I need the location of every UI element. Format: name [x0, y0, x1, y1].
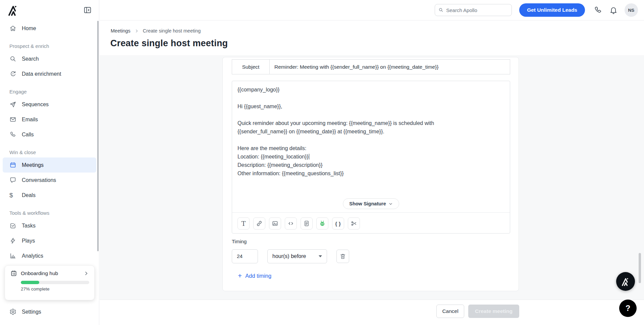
text-format-icon[interactable]: T [237, 217, 250, 230]
show-signature-button[interactable]: Show Signature [343, 198, 399, 209]
text-cursor [309, 154, 310, 159]
sidebar-item-label: Meetings [22, 162, 44, 168]
sidebar-item-calls[interactable]: Calls [0, 127, 99, 142]
image-icon[interactable] [269, 217, 281, 230]
sidebar-item-label: Tasks [22, 223, 36, 229]
body-line [237, 136, 472, 144]
bar-chart-icon [9, 252, 16, 259]
sidebar-nav: Home Prospect & enrich Search Data enric… [0, 21, 99, 263]
sidebar-section-win-close: Win & close [0, 147, 99, 157]
cancel-button[interactable]: Cancel [436, 305, 464, 318]
chevron-right-icon[interactable] [84, 271, 89, 276]
onboarding-hub-card[interactable]: Onboarding hub 27% complete [5, 265, 95, 300]
body-line: Quick reminder about your upcoming meeti… [237, 119, 472, 136]
sidebar-section-prospect: Prospect & enrich [0, 41, 99, 51]
timing-value-input[interactable] [232, 249, 258, 263]
sidebar-item-label: Plays [22, 238, 35, 244]
help-button[interactable]: ? [619, 300, 637, 317]
sidebar-scrollbar[interactable] [97, 21, 99, 251]
subject-row: Subject [232, 59, 510, 74]
timing-row: hour(s) before [232, 249, 349, 263]
apollo-logo-icon[interactable] [7, 4, 19, 16]
sidebar-item-emails[interactable]: Emails [0, 112, 99, 127]
checklist-icon [10, 270, 17, 277]
paper-plane-icon [9, 101, 16, 108]
sidebar-item-conversations[interactable]: Conversations [0, 173, 99, 188]
ai-assistant-icon[interactable] [316, 217, 328, 230]
link-icon[interactable] [253, 217, 265, 230]
global-search[interactable] [435, 4, 512, 16]
breadcrumb: Meetings Create single host meeting [111, 28, 201, 34]
sidebar-header [0, 0, 99, 20]
chevron-down-icon [319, 255, 322, 257]
sidebar-item-meetings[interactable]: Meetings [3, 157, 96, 173]
calendar-icon [9, 161, 16, 169]
chat-bubble-icon [9, 177, 16, 184]
timing-label: Timing [232, 239, 247, 244]
sidebar-item-label: Search [22, 56, 39, 62]
search-icon [9, 55, 16, 62]
timing-unit-select[interactable]: hour(s) before [267, 249, 327, 263]
onboarding-hub-title: Onboarding hub [21, 270, 84, 276]
search-icon [438, 7, 443, 13]
lightning-icon [9, 237, 16, 244]
sidebar-item-label: Deals [22, 192, 36, 198]
subject-input[interactable] [270, 60, 510, 74]
body-line: Here are the meeting details: [237, 144, 472, 152]
code-icon[interactable] [285, 217, 297, 230]
apollo-assistant-button[interactable] [616, 272, 635, 291]
sidebar-item-deals[interactable]: $ Deals [0, 188, 99, 203]
sidebar-item-data-enrichment[interactable]: Data enrichment [0, 66, 99, 81]
sidebar-item-tasks[interactable]: Tasks [0, 218, 99, 233]
sidebar-item-analytics[interactable]: Analytics [0, 248, 99, 263]
body-line [237, 111, 472, 119]
sidebar-item-label: Emails [22, 117, 38, 123]
sidebar-item-label: Home [22, 25, 36, 31]
delete-timing-icon[interactable] [336, 250, 349, 263]
body-line: Other information: {{meeting_questions_l… [237, 169, 472, 178]
create-meeting-button[interactable]: Create meeting [468, 305, 519, 318]
user-avatar[interactable]: NS [625, 3, 638, 17]
sidebar-section-tools: Tools & workflows [0, 207, 99, 218]
get-unlimited-leads-button[interactable]: Get Unlimited Leads [519, 3, 585, 17]
sidebar-item-plays[interactable]: Plays [0, 233, 99, 248]
page-header: Meetings Create single host meeting Crea… [100, 21, 644, 56]
apollo-app: Home Prospect & enrich Search Data enric… [0, 0, 644, 325]
phone-icon [9, 131, 16, 138]
gear-icon [9, 308, 16, 315]
body-line: Hi {{guest_name}}, [237, 102, 472, 111]
editor-divider [232, 212, 510, 213]
editor-toolbar: T { } [237, 217, 360, 230]
chevron-right-icon [135, 29, 139, 33]
page-title: Create single host meeting [110, 38, 228, 49]
sidebar-item-home[interactable]: Home [0, 21, 99, 36]
sidebar-item-settings[interactable]: Settings [0, 304, 99, 319]
scissors-icon[interactable] [348, 217, 360, 230]
search-input[interactable] [446, 7, 508, 13]
footer-bar: Cancel Create meeting [100, 300, 644, 325]
phone-icon[interactable] [594, 6, 602, 14]
sidebar: Home Prospect & enrich Search Data enric… [0, 0, 99, 325]
template-icon[interactable] [301, 217, 313, 230]
body-line: {{company_logo}} [237, 85, 472, 94]
chevron-down-icon [388, 202, 393, 206]
body-line: Location: {{meeting_location}} [237, 152, 472, 161]
sidebar-item-label: Calls [22, 132, 34, 138]
sidebar-item-label: Sequences [22, 102, 49, 108]
content-area: Subject {{company_logo}} Hi {{guest_name… [100, 56, 644, 300]
bell-icon[interactable] [609, 6, 618, 14]
collapse-sidebar-icon[interactable] [83, 5, 93, 15]
sidebar-item-sequences[interactable]: Sequences [0, 97, 99, 112]
subject-label: Subject [232, 60, 270, 74]
page-scrollbar[interactable] [639, 253, 641, 283]
meeting-form-card: Subject {{company_logo}} Hi {{guest_name… [222, 57, 519, 291]
email-body-text[interactable]: {{company_logo}} Hi {{guest_name}}, Quic… [237, 85, 472, 178]
variables-icon[interactable]: { } [332, 217, 344, 230]
sidebar-item-search[interactable]: Search [0, 51, 99, 66]
add-timing-button[interactable]: + Add timing [238, 272, 271, 279]
email-body-editor[interactable]: {{company_logo}} Hi {{guest_name}}, Quic… [232, 81, 510, 234]
breadcrumb-meetings[interactable]: Meetings [111, 28, 130, 34]
sidebar-item-label: Analytics [22, 253, 43, 259]
sidebar-item-label: Settings [22, 309, 41, 315]
body-line [237, 94, 472, 102]
